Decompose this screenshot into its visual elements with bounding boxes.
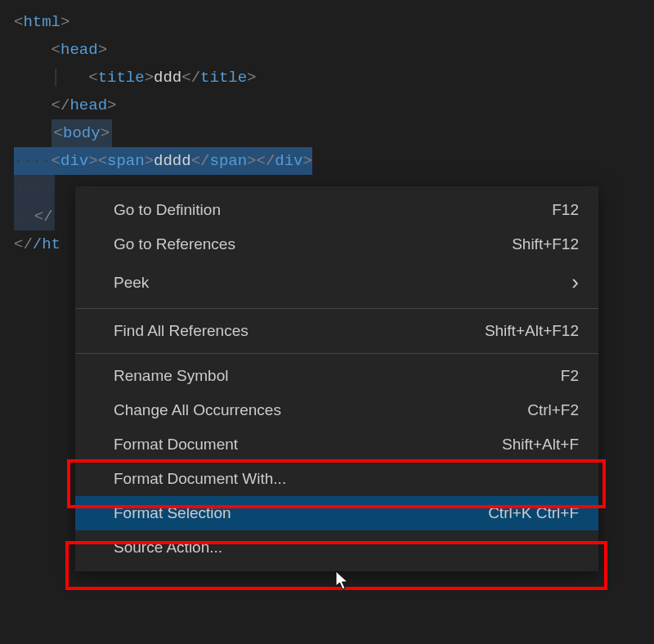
code-line-1: <html> — [14, 8, 654, 36]
menu-separator — [75, 353, 598, 354]
menu-item-shortcut: Shift+Alt+F — [502, 436, 579, 454]
menu-item-label: Source Action... — [114, 539, 222, 557]
menu-item-label: Go to References — [114, 235, 235, 253]
menu-item-source-action[interactable]: Source Action... — [75, 530, 598, 565]
menu-item-shortcut: Ctrl+K Ctrl+F — [488, 504, 579, 522]
menu-item-shortcut: Shift+F12 — [512, 235, 579, 253]
chevron-right-icon: › — [571, 270, 579, 295]
menu-item-label: Format Document — [114, 436, 238, 454]
cursor-pointer-icon — [335, 570, 352, 592]
context-menu: Go to DefinitionF12Go to ReferencesShift… — [75, 186, 598, 571]
menu-item-shortcut: Shift+Alt+F12 — [485, 322, 579, 340]
menu-item-change-all-occurrences[interactable]: Change All OccurrencesCtrl+F2 — [75, 393, 598, 427]
code-line-2: <head> — [14, 36, 654, 64]
menu-item-go-to-definition[interactable]: Go to DefinitionF12 — [75, 193, 598, 227]
menu-item-label: Peek — [114, 274, 149, 292]
menu-item-find-all-references[interactable]: Find All ReferencesShift+Alt+F12 — [75, 314, 598, 348]
code-line-5: <body> — [14, 119, 654, 147]
menu-item-rename-symbol[interactable]: Rename SymbolF2 — [75, 359, 598, 393]
menu-item-shortcut: F12 — [552, 201, 579, 219]
menu-item-label: Format Selection — [114, 504, 231, 522]
code-line-3: │ <title>ddd</title> — [14, 64, 654, 92]
menu-item-label: Change All Occurrences — [114, 401, 281, 419]
code-line-6: ····<div><span>dddd</span></div> — [14, 147, 654, 175]
menu-item-format-document-with[interactable]: Format Document With... — [75, 462, 598, 496]
menu-item-label: Find All References — [114, 322, 249, 340]
menu-item-peek[interactable]: Peek› — [75, 262, 598, 303]
code-line-4: </head> — [14, 92, 654, 119]
menu-item-label: Go to Definition — [114, 201, 221, 219]
menu-item-shortcut: F2 — [561, 367, 579, 385]
menu-item-label: Format Document With... — [114, 470, 286, 488]
menu-item-label: Rename Symbol — [114, 367, 228, 385]
menu-separator — [75, 308, 598, 309]
menu-item-format-document[interactable]: Format DocumentShift+Alt+F — [75, 427, 598, 462]
menu-item-shortcut: Ctrl+F2 — [527, 401, 579, 419]
menu-item-format-selection[interactable]: Format SelectionCtrl+K Ctrl+F — [75, 496, 598, 530]
menu-item-go-to-references[interactable]: Go to ReferencesShift+F12 — [75, 227, 598, 262]
